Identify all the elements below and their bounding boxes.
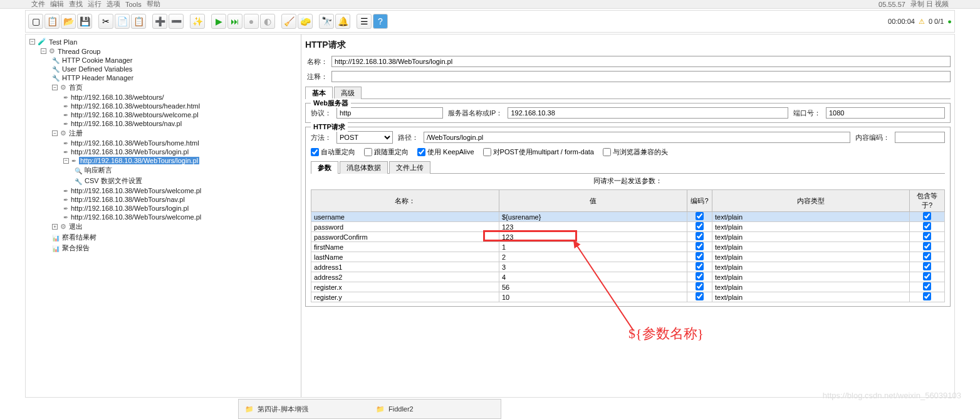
collapse-icon[interactable]: − — [52, 85, 58, 90]
http-sampler-node[interactable]: http://192.168.10.38/WebTours/login.pl — [62, 204, 298, 213]
exit-controller-node[interactable]: +退出 — [51, 221, 298, 232]
home-controller-node[interactable]: −首页 — [51, 82, 298, 93]
http-sampler-node[interactable]: http://192.168.10.38/webtours/ — [62, 93, 298, 102]
encode-check[interactable] — [696, 222, 704, 230]
menu-edit[interactable]: 编辑 — [50, 0, 64, 9]
toggle-button[interactable]: ☰ — [357, 14, 372, 29]
task-item-1[interactable]: 📁第四讲-脚本增强 — [239, 405, 370, 414]
http-sampler-node[interactable]: http://192.168.10.38/WebTours/welcome.pl — [62, 186, 298, 195]
http-sampler-node[interactable]: http://192.168.10.38/WebTours/welcome.pl — [62, 213, 298, 221]
encode-check[interactable] — [696, 252, 704, 260]
http-sampler-node[interactable]: −http://192.168.10.38/WebTours/login.pl — [62, 156, 298, 165]
param-row[interactable]: lastName2text/plain — [311, 252, 945, 262]
stop-button[interactable]: ● — [244, 14, 259, 29]
server-input[interactable] — [508, 107, 788, 119]
col-include[interactable]: 包含等于? — [910, 190, 945, 212]
help-button[interactable]: ? — [373, 14, 388, 29]
param-row[interactable]: username${usrename}text/plain — [311, 212, 945, 222]
method-select[interactable]: POST — [336, 131, 393, 144]
user-vars-node[interactable]: User Defined Variables — [51, 65, 298, 73]
start-no-pause-button[interactable]: ⏭ — [227, 14, 242, 29]
paste-button[interactable]: 📋 — [131, 14, 146, 29]
tab-files[interactable]: 文件上传 — [389, 161, 430, 174]
include-check[interactable] — [923, 252, 931, 260]
param-table[interactable]: 名称： 值 编码? 内容类型 包含等于? username${usrename}… — [311, 189, 945, 302]
include-check[interactable] — [923, 272, 931, 280]
tab-body[interactable]: 消息体数据 — [340, 161, 388, 174]
menu-tools[interactable]: Tools — [125, 1, 142, 8]
include-check[interactable] — [923, 292, 931, 300]
tab-basic[interactable]: 基本 — [305, 87, 333, 99]
encode-check[interactable] — [696, 212, 704, 220]
protocol-input[interactable] — [336, 107, 443, 119]
http-sampler-node[interactable]: http://192.168.10.38/webtours/nav.pl — [62, 119, 298, 128]
follow-redirect-check[interactable]: 跟随重定向 — [364, 147, 409, 157]
col-name[interactable]: 名称： — [311, 190, 499, 212]
http-sampler-node[interactable]: http://192.168.10.38/WebTours/login.pl — [62, 147, 298, 156]
port-input[interactable] — [826, 107, 945, 119]
http-sampler-node[interactable]: http://192.168.10.38/webtours/header.htm… — [62, 102, 298, 110]
comment-input[interactable] — [331, 71, 951, 82]
name-input[interactable] — [331, 56, 951, 67]
param-row[interactable]: password123text/plain — [311, 222, 945, 232]
cut-button[interactable]: ✂ — [98, 14, 113, 29]
include-check[interactable] — [923, 222, 931, 230]
encode-check[interactable] — [696, 262, 704, 270]
collapse-icon[interactable]: − — [29, 39, 35, 45]
copy-button[interactable]: 📄 — [115, 14, 130, 29]
include-check[interactable] — [923, 262, 931, 270]
menu-file[interactable]: 文件 — [31, 0, 45, 9]
shutdown-button[interactable]: ◐ — [260, 14, 275, 29]
start-button[interactable]: ▶ — [211, 14, 226, 29]
menu-run[interactable]: 运行 — [88, 0, 102, 9]
save-button[interactable]: 💾 — [77, 14, 92, 29]
http-sampler-node[interactable]: http://192.168.10.38/webtours/welcome.pl — [62, 110, 298, 119]
aggregate-report-node[interactable]: 聚合报告 — [51, 243, 298, 253]
encode-check[interactable] — [696, 232, 704, 240]
function-button[interactable]: 🔔 — [335, 14, 350, 29]
include-check[interactable] — [923, 212, 931, 220]
encode-check[interactable] — [696, 272, 704, 280]
new-button[interactable]: ▢ — [28, 14, 43, 29]
assertion-node[interactable]: 响应断言 — [73, 165, 298, 176]
view-results-tree-node[interactable]: 察看结果树 — [51, 232, 298, 243]
http-sampler-node[interactable]: http://192.168.10.38/WebTours/home.html — [62, 139, 298, 147]
encode-check[interactable] — [696, 242, 704, 250]
col-value[interactable]: 值 — [499, 190, 687, 212]
menu-find[interactable]: 查找 — [69, 0, 83, 9]
keepalive-check[interactable]: 使用 KeepAlive — [417, 147, 474, 157]
multipart-check[interactable]: 对POST使用multipart / form-data — [483, 147, 594, 157]
encode-check[interactable] — [696, 292, 704, 300]
warning-icon[interactable]: ⚠ — [919, 18, 925, 26]
col-ctype[interactable]: 内容类型 — [712, 190, 910, 212]
collapse-icon[interactable]: − — [41, 48, 46, 54]
http-sampler-node[interactable]: http://192.168.10.38/WebTours/nav.pl — [62, 195, 298, 204]
param-row[interactable]: firstName1text/plain — [311, 242, 945, 252]
col-encode[interactable]: 编码? — [687, 190, 712, 212]
add-button[interactable]: ➕ — [152, 14, 167, 29]
clear-all-button[interactable]: 🧽 — [298, 14, 313, 29]
templates-button[interactable]: 📋 — [44, 14, 60, 29]
wand-button[interactable]: ✨ — [190, 14, 205, 29]
encoding-input[interactable] — [895, 132, 945, 143]
browser-headers-check[interactable]: 与浏览器兼容的头 — [603, 147, 668, 157]
cookie-manager-node[interactable]: HTTP Cookie Manager — [51, 56, 298, 65]
include-check[interactable] — [923, 232, 931, 240]
include-check[interactable] — [923, 282, 931, 290]
encode-check[interactable] — [696, 282, 704, 290]
param-row[interactable]: address24text/plain — [311, 272, 945, 282]
test-plan-node[interactable]: −Test Plan — [28, 37, 298, 46]
tree-panel[interactable]: −Test Plan −Thread Group HTTP Cookie Man… — [26, 34, 301, 397]
include-check[interactable] — [923, 242, 931, 250]
header-manager-node[interactable]: HTTP Header Manager — [51, 73, 298, 82]
param-row[interactable]: register.y10text/plain — [311, 292, 945, 302]
search-button[interactable]: 🔭 — [319, 14, 334, 29]
expand-icon[interactable]: + — [52, 224, 58, 230]
open-button[interactable]: 📂 — [61, 14, 76, 29]
reg-controller-node[interactable]: −注册 — [51, 128, 298, 139]
menu-help[interactable]: 帮助 — [147, 0, 160, 9]
menu-options[interactable]: 选项 — [107, 0, 120, 9]
param-row[interactable]: passwordConfirm123text/plain — [311, 232, 945, 242]
tab-advanced[interactable]: 高级 — [334, 87, 362, 99]
param-row[interactable]: register.x56text/plain — [311, 282, 945, 292]
